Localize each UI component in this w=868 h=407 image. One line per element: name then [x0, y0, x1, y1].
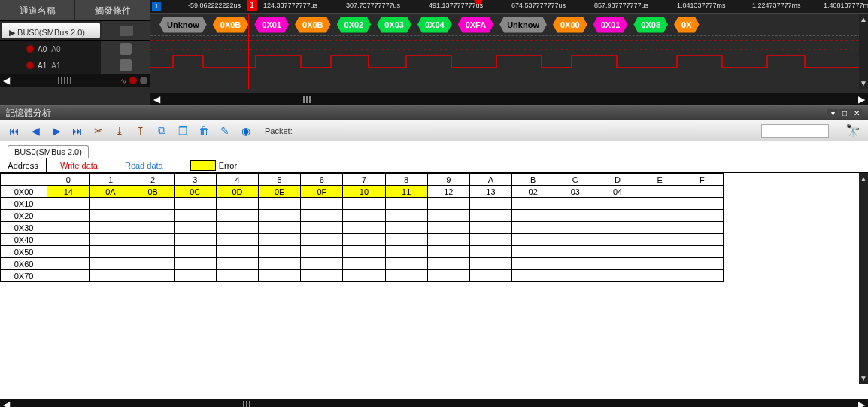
mem-cell[interactable] — [596, 258, 639, 270]
delete-button[interactable]: 🗑 — [197, 124, 211, 138]
mem-cell[interactable] — [132, 210, 174, 222]
mem-cell[interactable] — [343, 270, 385, 282]
mem-cell[interactable] — [259, 258, 301, 270]
mem-cell[interactable] — [343, 234, 385, 246]
mem-cell[interactable] — [639, 234, 681, 246]
mem-cell[interactable] — [681, 234, 723, 246]
last-button[interactable]: ⏭ — [71, 124, 84, 138]
mem-cell[interactable] — [512, 210, 554, 222]
marker-blue[interactable]: 1 — [152, 2, 161, 11]
mem-cell[interactable] — [47, 246, 90, 258]
copy-button[interactable]: ❐ — [176, 124, 190, 138]
scroll-thumb[interactable] — [303, 96, 312, 103]
mem-cell[interactable] — [554, 222, 596, 234]
mem-cell[interactable] — [132, 246, 174, 258]
mem-cell[interactable] — [385, 234, 427, 246]
mem-cell[interactable] — [174, 198, 216, 210]
mem-cell[interactable] — [216, 198, 258, 210]
mem-cell[interactable] — [90, 210, 132, 222]
mem-cell[interactable] — [301, 222, 343, 234]
mem-cell[interactable] — [512, 246, 554, 258]
mem-cell[interactable] — [469, 234, 511, 246]
mem-cell[interactable]: 0C — [174, 186, 216, 198]
mem-cell[interactable]: 0A — [90, 186, 132, 198]
packet-0X02[interactable]: 0X02 — [337, 17, 372, 33]
compare-button[interactable]: ⧉ — [155, 124, 168, 138]
mem-cell[interactable] — [174, 258, 216, 270]
restore-icon[interactable]: □ — [839, 109, 850, 118]
mem-cell[interactable] — [90, 258, 132, 270]
packet-Unknow[interactable]: Unknow — [159, 17, 207, 33]
mem-cell[interactable] — [512, 234, 554, 246]
mem-cell[interactable] — [132, 198, 174, 210]
mem-cell[interactable] — [301, 258, 343, 270]
mem-cell[interactable] — [427, 246, 469, 258]
mem-cell[interactable] — [596, 270, 639, 282]
import-button[interactable]: ⤓ — [113, 124, 126, 138]
packet-0X0B[interactable]: 0X0B — [213, 17, 249, 33]
mem-cell[interactable] — [512, 258, 554, 270]
mem-cell[interactable] — [385, 210, 427, 222]
mem-cell[interactable] — [343, 258, 385, 270]
scroll-left-icon[interactable]: ◀ — [153, 94, 160, 105]
edit-button[interactable]: ✎ — [218, 124, 232, 138]
mem-cell[interactable] — [90, 198, 132, 210]
mem-cell[interactable] — [512, 222, 554, 234]
mem-cell[interactable] — [469, 258, 511, 270]
mem-cell[interactable] — [343, 246, 385, 258]
mem-cell[interactable] — [301, 246, 343, 258]
waveform-area[interactable]: 1 1 -59.062222222us 124.337777777us 307.… — [150, 0, 868, 105]
mem-cell[interactable] — [385, 270, 427, 282]
scroll-right-icon[interactable]: ▶ — [858, 94, 865, 105]
mem-cell[interactable] — [385, 258, 427, 270]
mem-cell[interactable] — [427, 210, 469, 222]
mem-cell[interactable] — [216, 246, 258, 258]
wave-icon[interactable]: ∿ — [120, 77, 126, 85]
mem-cell[interactable] — [47, 258, 90, 270]
mem-cell[interactable]: 12 — [427, 186, 469, 198]
mem-cell[interactable] — [596, 222, 639, 234]
mem-cell[interactable] — [681, 186, 723, 198]
prev-button[interactable]: ◀ — [29, 124, 42, 138]
waveform-vscroll[interactable]: ▲▼ — [859, 14, 868, 89]
search-input[interactable] — [761, 124, 829, 138]
mem-cell[interactable] — [259, 198, 301, 210]
mem-cell[interactable] — [174, 270, 216, 282]
packet-0X08[interactable]: 0X08 — [633, 17, 668, 33]
mem-cell[interactable]: 02 — [512, 186, 554, 198]
mem-cell[interactable] — [216, 210, 258, 222]
mem-cell[interactable] — [47, 198, 90, 210]
mem-cell[interactable] — [554, 198, 596, 210]
mem-cell[interactable] — [469, 198, 511, 210]
mem-cell[interactable] — [343, 198, 385, 210]
close-icon[interactable]: ✕ — [851, 109, 862, 118]
memory-area[interactable]: 0123456789ABCDEF0X00140A0B0C0D0E0F101112… — [0, 173, 868, 399]
mem-cell[interactable] — [596, 198, 639, 210]
mem-cell[interactable] — [216, 222, 258, 234]
mem-cell[interactable] — [385, 246, 427, 258]
trigger-a1[interactable] — [101, 57, 150, 74]
mem-cell[interactable] — [385, 222, 427, 234]
mem-cell[interactable] — [554, 246, 596, 258]
mem-cell[interactable] — [596, 246, 639, 258]
mem-cell[interactable] — [90, 234, 132, 246]
scroll-left-icon[interactable]: ◀ — [3, 399, 10, 407]
mem-cell[interactable] — [301, 210, 343, 222]
subtab-bus0[interactable]: BUS0(SMBus 2.0) — [8, 145, 89, 158]
mem-cell[interactable] — [259, 222, 301, 234]
mem-cell[interactable] — [639, 246, 681, 258]
mem-cell[interactable]: 0E — [259, 186, 301, 198]
mem-cell[interactable] — [554, 270, 596, 282]
scroll-thumb[interactable] — [243, 401, 252, 407]
mem-cell[interactable] — [469, 270, 511, 282]
circle-icon[interactable] — [129, 77, 137, 84]
scroll-right-icon[interactable]: ▶ — [858, 399, 865, 407]
mem-cell[interactable]: 11 — [385, 186, 427, 198]
mem-cell[interactable] — [90, 270, 132, 282]
trigger-bus0[interactable] — [102, 21, 150, 40]
packet-0X03[interactable]: 0X03 — [377, 17, 411, 33]
main-scrollbar[interactable]: ◀ ▶ — [0, 399, 868, 407]
time-ruler[interactable]: 1 1 -59.062222222us 124.337777777us 307.… — [150, 0, 868, 14]
mem-cell[interactable] — [554, 210, 596, 222]
packet-0X0B[interactable]: 0X0B — [295, 17, 331, 33]
